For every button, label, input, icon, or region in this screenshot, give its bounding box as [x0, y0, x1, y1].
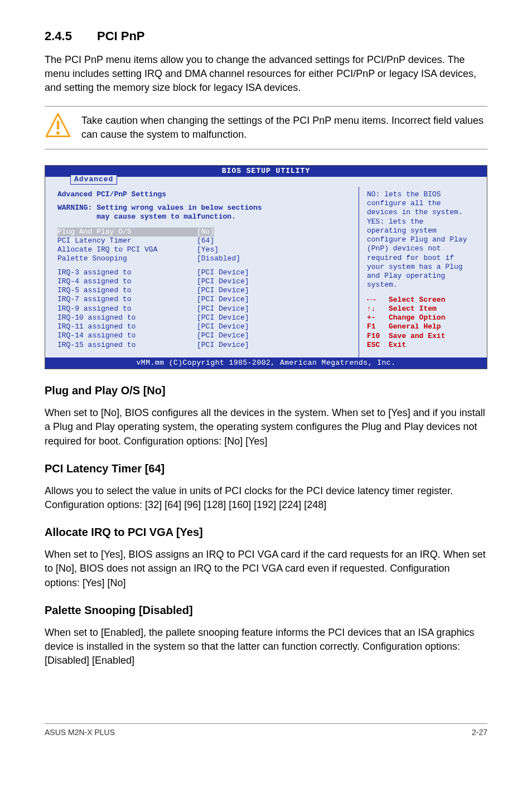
bios-key-symbol: ↑↓: [367, 305, 389, 313]
subsection-title: Palette Snooping [Disabled]: [45, 602, 487, 618]
bios-key-text: Select Screen: [389, 296, 445, 304]
bios-title: BIOS SETUP UTILITY: [222, 167, 310, 175]
bios-key-text: Select Item: [389, 305, 437, 313]
subsection-body: When set to [Yes], BIOS assigns an IRQ t…: [45, 548, 487, 590]
bios-key-text: General Help: [389, 322, 441, 331]
bios-irq-label: IRQ-14 assigned to: [57, 331, 197, 340]
bios-irq-label: IRQ-7 assigned to: [57, 295, 197, 304]
section-header: 2.4.5 PCI PnP: [45, 28, 487, 45]
bios-warning: WARNING: Setting wrong values in below s…: [57, 204, 353, 222]
bios-irq-label: IRQ-9 assigned to: [57, 305, 197, 313]
bios-key-row: F10 Save and Exit: [367, 332, 481, 341]
bios-irq-label: IRQ-10 assigned to: [57, 313, 197, 322]
section-number: 2.4.5: [45, 28, 72, 45]
subsection-title: Allocate IRQ to PCI VGA [Yes]: [45, 524, 487, 540]
bios-key-row: ↑↓ Select Item: [367, 305, 481, 313]
caution-icon: [45, 112, 71, 143]
bios-setting-label: Plug And Play O/S: [57, 228, 197, 236]
bios-irq-row[interactable]: IRQ-4 assigned to[PCI Device]: [57, 277, 353, 286]
bios-window: BIOS SETUP UTILITY Advanced Advanced PCI…: [45, 165, 487, 370]
bios-titlebar: BIOS SETUP UTILITY Advanced: [45, 166, 487, 177]
footer-right: 2-27: [472, 727, 487, 738]
subsection-title: PCI Latency Timer [64]: [45, 461, 487, 476]
subsection-body: When set to [Enabled], the pallete snoop…: [45, 626, 487, 668]
bios-irq-value: [PCI Device]: [197, 322, 249, 331]
bios-irq-value: [PCI Device]: [197, 313, 249, 322]
bios-irq-value: [PCI Device]: [197, 295, 249, 304]
bios-key-text: Change Option: [389, 313, 445, 322]
bios-key-text: Save and Exit: [389, 332, 445, 340]
bios-irq-row[interactable]: IRQ-9 assigned to[PCI Device]: [57, 305, 353, 313]
page-footer: ASUS M2N-X PLUS 2-27: [45, 723, 487, 738]
bios-setting-row[interactable]: Plug And Play O/S[No]: [57, 228, 353, 236]
caution-text: Take caution when changing the settings …: [81, 114, 487, 142]
bios-irq-value: [PCI Device]: [197, 341, 249, 350]
bios-irq-value: [PCI Device]: [197, 277, 249, 286]
bios-irq-row[interactable]: IRQ-5 assigned to[PCI Device]: [57, 286, 353, 295]
bios-irq-row[interactable]: IRQ-10 assigned to[PCI Device]: [57, 313, 353, 322]
footer-left: ASUS M2N-X PLUS: [45, 727, 115, 738]
bios-setting-value: [No]: [197, 228, 214, 236]
bios-irq-label: IRQ-15 assigned to: [57, 341, 197, 350]
bios-setting-row[interactable]: Allocate IRQ to PCI VGA[Yes]: [57, 245, 353, 254]
bios-left-heading: Advanced PCI/PnP Settings: [57, 190, 353, 199]
bios-key-row: ESC Exit: [367, 341, 481, 350]
section-title: PCI PnP: [97, 28, 145, 45]
bios-irq-value: [PCI Device]: [197, 268, 249, 277]
bios-setting-label: PCI Latency Timer: [57, 236, 197, 245]
caution-callout: Take caution when changing the settings …: [45, 106, 487, 149]
section-intro: The PCI PnP menu items allow you to chan…: [45, 53, 487, 95]
bios-key-row: +- Change Option: [367, 313, 481, 322]
bios-irq-row[interactable]: IRQ-15 assigned to[PCI Device]: [57, 341, 353, 350]
bios-irq-value: [PCI Device]: [197, 331, 249, 340]
bios-key-symbol: F1: [367, 322, 389, 331]
bios-irq-label: IRQ-5 assigned to: [57, 286, 197, 295]
bios-irq-label: IRQ-11 assigned to: [57, 322, 197, 331]
bios-key-row: F1 General Help: [367, 322, 481, 331]
bios-key-row: ←→ Select Screen: [367, 296, 481, 305]
bios-key-text: Exit: [389, 341, 406, 349]
bios-key-legend: ←→ Select Screen↑↓ Select Item+- Change …: [367, 296, 481, 350]
bios-irq-row[interactable]: IRQ-11 assigned to[PCI Device]: [57, 322, 353, 331]
subsection-body: Allows you to select the value in units …: [45, 484, 487, 512]
bios-key-symbol: ←→: [367, 296, 389, 304]
bios-key-symbol: F10: [367, 332, 389, 340]
bios-irq-label: IRQ-4 assigned to: [57, 277, 197, 286]
bios-setting-value: [Yes]: [197, 245, 219, 254]
bios-footer: vMM.mm (C)Copyright 1985-2002, American …: [45, 357, 487, 369]
bios-key-symbol: ESC: [367, 341, 389, 349]
bios-help-text: NO: lets the BIOS configure all the devi…: [367, 190, 481, 290]
bios-irq-value: [PCI Device]: [197, 305, 249, 313]
bios-setting-value: [Disabled]: [197, 254, 240, 263]
bios-setting-row[interactable]: PCI Latency Timer[64]: [57, 236, 353, 245]
bios-irq-row[interactable]: IRQ-7 assigned to[PCI Device]: [57, 295, 353, 304]
bios-setting-label: Allocate IRQ to PCI VGA: [57, 245, 197, 254]
bios-setting-row[interactable]: Palette Snooping[Disabled]: [57, 254, 353, 263]
bios-setting-value: [64]: [197, 236, 214, 245]
bios-irq-row[interactable]: IRQ-3 assigned to[PCI Device]: [57, 268, 353, 277]
bios-key-symbol: +-: [367, 313, 389, 322]
bios-setting-label: Palette Snooping: [57, 254, 197, 263]
svg-rect-1: [57, 120, 60, 130]
subsection-title: Plug and Play O/S [No]: [45, 383, 487, 398]
bios-irq-label: IRQ-3 assigned to: [57, 268, 197, 277]
bios-irq-value: [PCI Device]: [197, 286, 249, 295]
bios-irq-row[interactable]: IRQ-14 assigned to[PCI Device]: [57, 331, 353, 340]
svg-point-2: [56, 132, 60, 135]
bios-left-pane: Advanced PCI/PnP Settings WARNING: Setti…: [45, 187, 359, 357]
bios-active-tab: Advanced: [70, 175, 117, 185]
bios-right-pane: NO: lets the BIOS configure all the devi…: [359, 187, 487, 357]
subsection-body: When set to [No], BIOS configures all th…: [45, 406, 487, 448]
